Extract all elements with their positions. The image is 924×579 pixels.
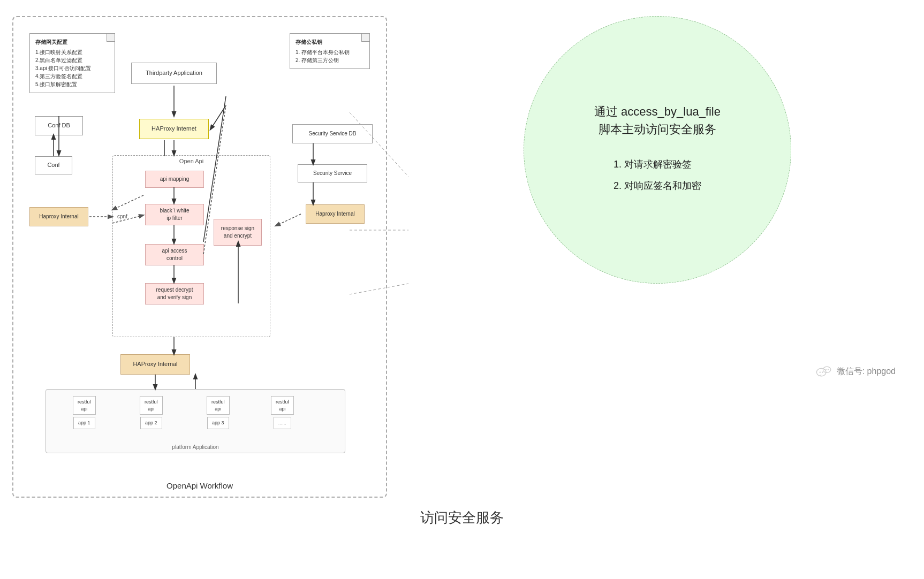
app3-name: app 3 bbox=[207, 417, 229, 429]
conf-doc-item2: 2.黑白名单过滤配置 bbox=[35, 56, 104, 64]
conf-doc-item3: 3.api 接口可否访问配置 bbox=[35, 64, 104, 72]
watermark: 微信号: phpgod bbox=[815, 363, 896, 380]
request-decrypt-box: request decryptand verify sign bbox=[145, 283, 204, 304]
thirdparty-box: Thirdparty Application bbox=[131, 63, 217, 84]
pubkey-doc-title: 存储公私钥 bbox=[296, 38, 359, 46]
svg-line-21 bbox=[350, 112, 408, 177]
pubkey-doc-item2: 2. 存储第三方公钥 bbox=[296, 56, 359, 64]
app3-container: restfulapi app 3 bbox=[207, 396, 230, 429]
haproxy-internal-bottom: HAProxy Internal bbox=[120, 354, 190, 375]
svg-point-29 bbox=[828, 369, 829, 370]
platform-area: platform Application restfulapi app 1 re… bbox=[46, 389, 345, 453]
api-mapping-box: api mapping bbox=[145, 171, 204, 188]
connector-lines bbox=[350, 70, 414, 337]
app1-container: restfulapi app 1 bbox=[73, 396, 96, 429]
open-api-label: Open Api bbox=[179, 158, 203, 164]
haproxy-internet-box: HAProxy Internet bbox=[139, 119, 209, 139]
watermark-text: 微信号: phpgod bbox=[837, 366, 896, 377]
conf-box: Conf bbox=[35, 156, 72, 174]
svg-point-25 bbox=[819, 371, 820, 372]
svg-line-17 bbox=[276, 214, 301, 226]
app1-name: app 1 bbox=[73, 417, 95, 429]
app-more-restful: restfulapi bbox=[271, 396, 294, 415]
app-more-name: ...... bbox=[274, 417, 291, 429]
svg-point-26 bbox=[822, 371, 823, 372]
svg-line-23 bbox=[350, 284, 408, 294]
conf-doc-title: 存储网关配置 bbox=[35, 38, 104, 46]
haproxy-internal-left: Haproxy Internal bbox=[29, 207, 88, 226]
wechat-icon bbox=[815, 363, 832, 380]
open-api-area: Open Api api mapping black \ whiteip fil… bbox=[112, 155, 270, 337]
cpnf-label: cpnf bbox=[117, 214, 127, 219]
svg-point-27 bbox=[823, 367, 830, 372]
main-container: 存储网关配置 1.接口映射关系配置 2.黑白名单过滤配置 3.api 接口可否访… bbox=[12, 16, 912, 498]
app3-restful: restfulapi bbox=[207, 396, 230, 415]
circle-item2: 2. 对响应签名和加密 bbox=[614, 176, 701, 197]
security-circle: 通过 access_by_lua_file 脚本主动访问安全服务 1. 对请求解… bbox=[524, 16, 791, 284]
conf-doc-item4: 4.第三方验签名配置 bbox=[35, 72, 104, 80]
conf-doc-item1: 1.接口映射关系配置 bbox=[35, 48, 104, 56]
circle-title: 通过 access_by_lua_file 脚本主动访问安全服务 bbox=[594, 103, 721, 138]
response-sign-box: response signand encrypt bbox=[214, 219, 262, 246]
app2-restful: restfulapi bbox=[140, 396, 163, 415]
app1-restful: restfulapi bbox=[73, 396, 96, 415]
app2-name: app 2 bbox=[140, 417, 162, 429]
right-side: 通过 access_by_lua_file 脚本主动访问安全服务 1. 对请求解… bbox=[403, 16, 912, 391]
app2-container: restfulapi app 2 bbox=[140, 396, 163, 429]
platform-label: platform Application bbox=[172, 444, 218, 450]
circle-items: 1. 对请求解密验签 2. 对响应签名和加密 bbox=[614, 154, 701, 196]
svg-point-28 bbox=[825, 369, 827, 370]
black-white-box: black \ whiteip filter bbox=[145, 204, 204, 225]
conf-doc-item5: 5.接口加解密配置 bbox=[35, 80, 104, 88]
svg-line-14 bbox=[210, 105, 226, 129]
conf-db-box: Conf DB bbox=[35, 116, 83, 135]
conf-doc: 存储网关配置 1.接口映射关系配置 2.黑白名单过滤配置 3.api 接口可否访… bbox=[29, 33, 115, 93]
circle-item1: 1. 对请求解密验签 bbox=[614, 154, 701, 176]
page-title: 访问安全服务 bbox=[420, 508, 504, 527]
diagram-label: OpenApi Workflow bbox=[166, 481, 233, 490]
left-diagram: 存储网关配置 1.接口映射关系配置 2.黑白名单过滤配置 3.api 接口可否访… bbox=[12, 16, 387, 498]
app-more-container: restfulapi ...... bbox=[271, 396, 294, 429]
pubkey-doc-item1: 1. 存储平台本身公私钥 bbox=[296, 48, 359, 56]
pubkey-doc: 存储公私钥 1. 存储平台本身公私钥 2. 存储第三方公钥 bbox=[290, 33, 370, 69]
api-access-box: api accesscontrol bbox=[145, 244, 204, 265]
